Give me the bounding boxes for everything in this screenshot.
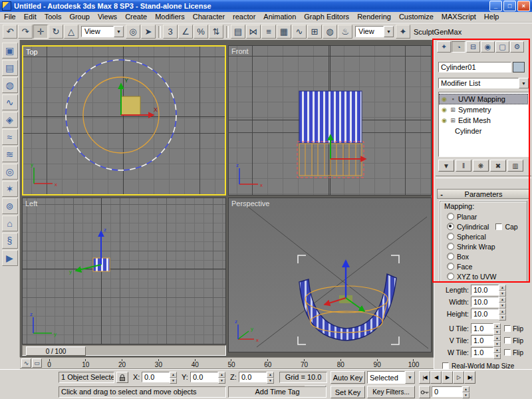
z-coord-field[interactable]: 0.0 (239, 372, 267, 382)
cap-checkbox[interactable] (495, 223, 502, 230)
key-mode-toggle-icon[interactable] (419, 386, 430, 398)
reactor-preview-icon[interactable]: ▶ (2, 250, 18, 266)
object-color-swatch[interactable] (513, 62, 525, 72)
reactor-fracture-icon[interactable]: ✶ (2, 181, 18, 197)
menu-customize[interactable]: Customize (395, 12, 438, 22)
width-spinner[interactable]: ▲▼ (499, 297, 506, 307)
menu-reactor[interactable]: reactor (229, 12, 259, 22)
schematic-view-icon[interactable]: ⊞ (307, 25, 322, 39)
menu-animation[interactable]: Animation (259, 12, 300, 22)
show-end-result-icon[interactable]: ‖ (456, 160, 471, 172)
parameters-rollout-header[interactable]: - Parameters (437, 189, 530, 199)
tab-display-icon[interactable]: ▢ (495, 41, 509, 53)
spin-down-icon[interactable]: ▼ (267, 378, 274, 384)
align-icon[interactable]: ≡ (261, 25, 276, 39)
spin-down-icon[interactable]: ▼ (493, 353, 501, 359)
key-filter-scope-dropdown[interactable]: Selected ▼ (367, 371, 415, 384)
viewport-top[interactable]: Y X x y Top (22, 45, 226, 196)
spin-up-icon[interactable]: ▲ (218, 372, 225, 378)
dropdown-arrow-icon[interactable]: ▼ (114, 26, 124, 37)
reactor-wind-icon[interactable]: ≋ (2, 146, 18, 162)
add-time-tag[interactable]: Add Time Tag (228, 386, 327, 398)
x-coord-spinner[interactable]: ▲▼ (170, 372, 177, 382)
menu-rendering[interactable]: Rendering (353, 12, 395, 22)
bulb-icon[interactable]: ◉ (441, 106, 448, 113)
minimize-button[interactable]: _ (489, 1, 502, 11)
tab-modify-icon[interactable]: ◔ (452, 41, 466, 53)
select-and-move-icon[interactable]: ✛ (33, 25, 48, 39)
menu-graph-editors[interactable]: Graph Editors (300, 12, 353, 22)
dropdown-arrow-icon[interactable]: ▼ (384, 26, 394, 37)
close-button[interactable]: × (517, 1, 530, 11)
u-tile-spinner[interactable]: ▲▼ (493, 323, 501, 334)
mapping-option-spherical[interactable]: Spherical (447, 232, 525, 241)
radio-icon[interactable] (447, 253, 454, 260)
pin-stack-icon[interactable]: ▼ (438, 160, 454, 172)
selection-lock-icon[interactable] (116, 372, 128, 383)
quick-render-icon[interactable]: ✦ (396, 25, 410, 39)
y-coord-spinner[interactable]: ▲▼ (218, 372, 225, 382)
viewport-perspective[interactable]: x y z Perspective (228, 198, 432, 352)
viewport-front[interactable]: x z Front (228, 45, 432, 196)
w-flip-checkbox[interactable] (504, 349, 511, 356)
select-and-scale-icon[interactable]: △ (64, 25, 78, 39)
rollout-collapse-icon[interactable]: - (438, 190, 446, 198)
radio-icon[interactable] (447, 213, 454, 220)
spin-up-icon[interactable]: ▲ (267, 372, 274, 378)
radio-selected-icon[interactable] (447, 223, 454, 230)
mini-curve-editor-icon[interactable]: ∿ (21, 358, 31, 368)
previous-frame-icon[interactable]: ◀ (430, 371, 442, 384)
next-frame-icon[interactable]: ▷ (453, 371, 464, 384)
make-unique-icon[interactable]: ❋ (473, 160, 489, 172)
object-name-field[interactable]: Cylinder01 (438, 62, 511, 72)
y-coord-field[interactable]: 0.0 (190, 372, 218, 382)
dropdown-arrow-icon[interactable]: ▼ (405, 371, 415, 384)
tab-hierarchy-icon[interactable]: ⊟ (466, 41, 480, 53)
mapping-option-xyz-to-uvw[interactable]: XYZ to UVW (447, 272, 525, 281)
u-tile-field[interactable]: 1.0 (471, 323, 493, 334)
percent-snap-icon[interactable]: % (194, 25, 208, 39)
expand-icon[interactable]: ⊞ (450, 106, 456, 113)
mirror-icon[interactable]: ⋈ (246, 25, 261, 39)
undo-icon[interactable]: ↶ (3, 25, 17, 39)
menu-edit[interactable]: Edit (20, 12, 41, 22)
mapping-option-shrink-wrap[interactable]: Shrink Wrap (447, 242, 525, 251)
v-tile-field[interactable]: 1.0 (471, 335, 493, 346)
spin-up-icon[interactable]: ▲ (462, 386, 469, 392)
length-field[interactable]: 10.0 (471, 285, 499, 295)
z-coord-spinner[interactable]: ▲▼ (267, 372, 274, 382)
go-to-start-icon[interactable]: |◀ (419, 371, 430, 384)
menu-character[interactable]: Character (189, 12, 229, 22)
modifier-list-dropdown[interactable]: Modifier List ▼ (438, 78, 529, 88)
reactor-soft-body-icon[interactable]: ◍ (2, 77, 18, 93)
track-bar[interactable]: ∿ ▭ 0 10 20 30 40 50 60 70 80 90 100 (20, 357, 434, 369)
angle-snap-icon[interactable]: ∠ (178, 25, 193, 39)
menu-create[interactable]: Create (121, 12, 151, 22)
current-frame-spinner[interactable]: ▲▼ (462, 386, 469, 397)
menu-help[interactable]: Help (480, 12, 503, 22)
snap-toggle-3d-icon[interactable]: 3 (163, 25, 178, 39)
go-to-end-icon[interactable]: ▶| (464, 371, 475, 384)
auto-key-button[interactable]: Auto Key (331, 371, 365, 384)
reactor-spring-icon[interactable]: § (2, 233, 18, 249)
reactor-rope-icon[interactable]: ∿ (2, 94, 18, 110)
remove-modifier-icon[interactable]: ✖ (490, 160, 506, 172)
mapping-option-face[interactable]: Face (447, 262, 525, 271)
width-field[interactable]: 10.0 (471, 297, 499, 307)
x-coord-field[interactable]: 0.0 (142, 372, 170, 382)
tab-motion-icon[interactable]: ◉ (481, 41, 495, 53)
real-world-checkbox[interactable] (442, 362, 449, 369)
w-tile-spinner[interactable]: ▲▼ (493, 347, 501, 358)
maximize-button[interactable]: □ (503, 1, 516, 11)
u-flip-checkbox[interactable] (504, 325, 511, 332)
spin-up-icon[interactable]: ▲ (170, 372, 177, 378)
key-filters-button[interactable]: Key Filters... (367, 386, 415, 398)
layer-manager-icon[interactable]: ▦ (277, 25, 291, 39)
stack-item-symmetry[interactable]: ◉ ⊞ Symmetry (439, 104, 528, 115)
current-frame-field[interactable]: 0 (432, 386, 462, 397)
menu-group[interactable]: Group (65, 12, 94, 22)
menu-views[interactable]: Views (94, 12, 121, 22)
spin-up-icon[interactable]: ▲ (499, 285, 506, 291)
spin-down-icon[interactable]: ▼ (499, 315, 506, 321)
reactor-plane-icon[interactable]: ⌂ (2, 215, 18, 231)
